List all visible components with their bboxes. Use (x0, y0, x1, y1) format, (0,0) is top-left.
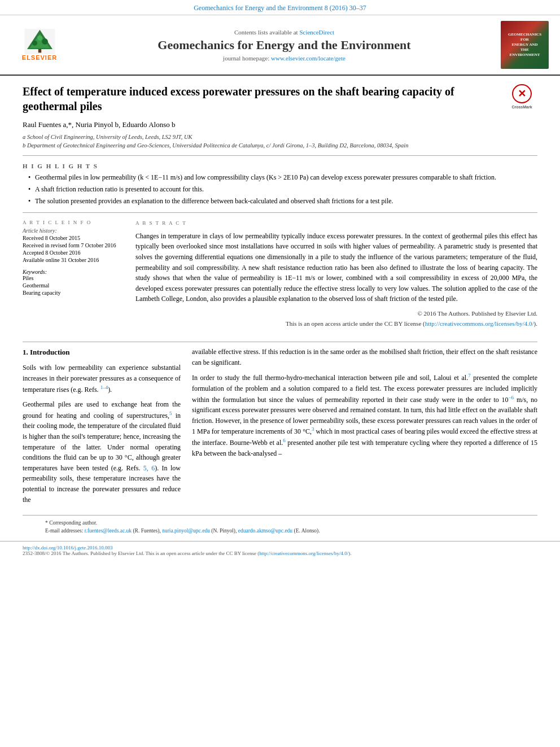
journal-logo: GEOMECHANICSFORENERGY ANDTHEENVIRONMENT (501, 21, 549, 69)
intro-heading: 1. Introduction (23, 347, 181, 358)
footer-cc-link[interactable]: http://creativecommons.org/licenses/by/4… (259, 551, 348, 556)
introduction-section: 1. Introduction Soils with low permeabil… (23, 347, 181, 509)
top-banner: Geomechanics for Energy and the Environm… (0, 0, 560, 15)
highlights-list: Geothermal piles in low permeability (k … (23, 173, 537, 206)
accepted-date: Accepted 8 October 2016 (23, 250, 124, 256)
abstract-heading: A B S T R A C T (135, 220, 537, 228)
sciencedirect-label: Contents lists available at ScienceDirec… (68, 29, 501, 36)
open-access-line: This is an open access article under the… (135, 319, 537, 329)
email-pinyol[interactable]: nuria.pinyol@upc.edu (162, 528, 210, 534)
ref-link[interactable]: 5 (169, 410, 172, 416)
available-online-date: Available online 31 October 2016 (23, 257, 124, 263)
keywords-label: Keywords: (23, 269, 124, 275)
corresponding-author: * Corresponding author. (45, 519, 515, 527)
email-alonso[interactable]: eduardo.akmso@upc.edu (238, 528, 292, 534)
svg-point-4 (32, 41, 37, 46)
journal-header: ELSEVIER Contents lists available at Sci… (0, 15, 560, 76)
divider-3 (23, 342, 537, 342)
highlight-item: A shaft friction reduction ratio is pres… (28, 185, 537, 194)
affiliation-a: a School of Civil Engineering, Universit… (23, 134, 537, 140)
right-para-1: available effective stress. If this redu… (192, 347, 537, 368)
history-label: Article history: (23, 228, 124, 234)
journal-title: Geomechanics for Energy and the Environm… (68, 38, 501, 53)
highlights-heading: H I G H L I G H T S (23, 163, 537, 169)
copyright-block: © 2016 The Authors. Published by Elsevie… (135, 309, 537, 329)
crossmark-circle: ✕ (512, 84, 532, 103)
ref-link[interactable]: 5, 6 (143, 464, 155, 472)
content-area: Effect of temperature induced excess por… (0, 76, 560, 337)
copyright-line: © 2016 The Authors. Published by Elsevie… (135, 309, 537, 319)
authors: Raul Fuentes a,*, Nuria Pinyol b, Eduard… (23, 120, 537, 129)
keyword-piles: Piles (23, 275, 124, 281)
svg-point-6 (37, 36, 42, 41)
article-title: Effect of temperature induced excess por… (23, 84, 537, 113)
footer-issn: 2352-3808/© 2016 The Authors. Published … (23, 551, 537, 556)
keywords-section: Keywords: Piles Geothermal Bearing capac… (23, 269, 124, 296)
divider-2 (23, 212, 537, 213)
email-line: E-mail addresses: r.fuentes@leeds.ac.uk … (45, 527, 515, 535)
received-date: Received 8 October 2015 (23, 235, 124, 241)
journal-homepage: journal homepage: www.elsevier.com/locat… (68, 55, 501, 62)
abstract-text: Changes in temperature in clays of low p… (135, 231, 537, 304)
article-info-heading: A R T I C L E I N F O (23, 220, 124, 225)
footer-bar: http://dx.doi.org/10.1016/j.gete.2016.10… (0, 541, 560, 560)
homepage-link[interactable]: www.elsevier.com/locate/gete (271, 55, 345, 62)
intro-para-2: Geothermal piles are used to exchange he… (23, 399, 181, 505)
keyword-geothermal: Geothermal (23, 282, 124, 289)
main-content: 1. Introduction Soils with low permeabil… (0, 347, 560, 509)
footnotes: * Corresponding author. E-mail addresses… (23, 515, 537, 535)
intro-para-1: Soils with low permeability can experien… (23, 362, 181, 395)
highlights-section: H I G H L I G H T S Geothermal piles in … (23, 163, 537, 206)
ref-link[interactable]: 6 (283, 438, 286, 443)
right-para-2: In order to study the full thermo-hydro-… (192, 372, 537, 458)
article-history: Article history: Received 8 October 2015… (23, 228, 124, 263)
email-fuentes[interactable]: r.fuentes@leeds.ac.uk (85, 528, 132, 534)
ref-link[interactable]: 7 (468, 373, 471, 378)
elsevier-logo: ELSEVIER (11, 28, 68, 62)
highlight-item: Geothermal piles in low permeability (k … (28, 173, 537, 182)
svg-point-5 (42, 38, 48, 45)
highlight-item: The solution presented provides an expla… (28, 196, 537, 206)
affiliation-b: b Department of Geotechnical Engineering… (23, 142, 537, 148)
abstract-section: A B S T R A C T Changes in temperature i… (135, 220, 537, 329)
keyword-bearing: Bearing capacity (23, 290, 124, 296)
article-info: A R T I C L E I N F O Article history: R… (23, 220, 124, 329)
ref-link[interactable]: 3 (312, 426, 314, 432)
cc-license-link[interactable]: http://creativecommons.org/licenses/by/4… (425, 320, 534, 327)
right-column-section: available effective stress. If this redu… (192, 347, 537, 509)
journal-header-center: Contents lists available at ScienceDirec… (68, 29, 501, 62)
divider-1 (23, 155, 537, 156)
received-revised-date: Received in revised form 7 October 2016 (23, 242, 124, 248)
article-info-abstract: A R T I C L E I N F O Article history: R… (23, 220, 537, 329)
sciencedirect-link[interactable]: ScienceDirect (299, 29, 334, 36)
footer-doi: http://dx.doi.org/10.1016/j.gete.2016.10… (23, 545, 537, 551)
crossmark[interactable]: ✕ CrossMark (506, 84, 537, 110)
keywords-list: Piles Geothermal Bearing capacity (23, 275, 124, 296)
elsevier-wordmark: ELSEVIER (22, 54, 57, 61)
ref-link[interactable]: 1–4 (100, 385, 108, 390)
journal-reference[interactable]: Geomechanics for Energy and the Environm… (194, 4, 366, 12)
doi-link[interactable]: http://dx.doi.org/10.1016/j.gete.2016.10… (23, 545, 113, 551)
